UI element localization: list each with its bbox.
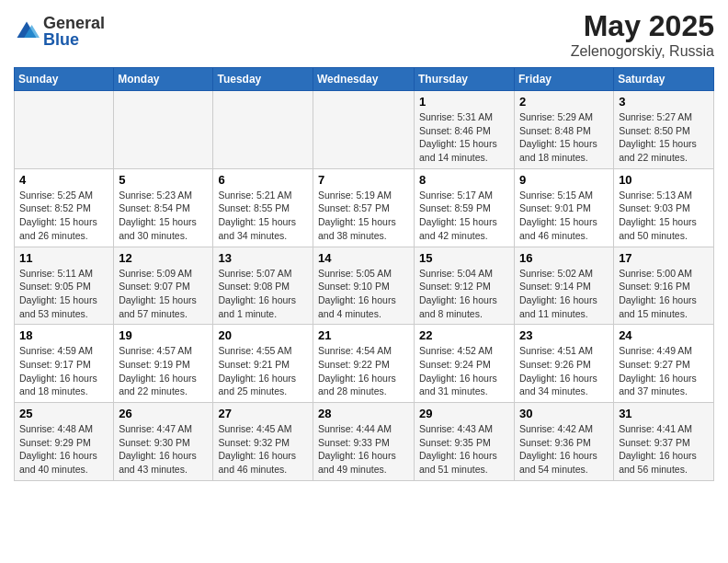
calendar-cell: 22Sunrise: 4:52 AM Sunset: 9:24 PM Dayli… [415, 325, 515, 403]
day-number: 5 [119, 173, 208, 187]
day-info: Sunrise: 4:42 AM Sunset: 9:36 PM Dayligh… [519, 422, 609, 477]
day-number: 24 [619, 328, 709, 342]
calendar-cell: 29Sunrise: 4:43 AM Sunset: 9:35 PM Dayli… [415, 403, 515, 481]
calendar-cell: 2Sunrise: 5:29 AM Sunset: 8:48 PM Daylig… [515, 91, 614, 169]
day-info: Sunrise: 5:00 AM Sunset: 9:16 PM Dayligh… [619, 267, 709, 321]
calendar-week-row: 11Sunrise: 5:11 AM Sunset: 9:05 PM Dayli… [15, 247, 714, 325]
calendar-cell [15, 91, 114, 169]
weekday-header-saturday: Saturday [614, 68, 714, 91]
day-number: 2 [519, 95, 609, 109]
calendar-cell: 13Sunrise: 5:07 AM Sunset: 9:08 PM Dayli… [213, 247, 313, 325]
title-block: May 2025 Zelenogorskiy, Russia [571, 9, 714, 60]
day-info: Sunrise: 5:11 AM Sunset: 9:05 PM Dayligh… [19, 267, 108, 321]
day-number: 23 [519, 328, 609, 342]
day-info: Sunrise: 5:17 AM Sunset: 8:59 PM Dayligh… [419, 189, 509, 243]
calendar-week-row: 18Sunrise: 4:59 AM Sunset: 9:17 PM Dayli… [15, 325, 714, 403]
day-info: Sunrise: 5:25 AM Sunset: 8:52 PM Dayligh… [19, 189, 108, 243]
day-info: Sunrise: 4:49 AM Sunset: 9:27 PM Dayligh… [619, 344, 709, 398]
day-number: 25 [19, 407, 108, 420]
day-info: Sunrise: 5:15 AM Sunset: 9:01 PM Dayligh… [519, 189, 609, 243]
day-number: 4 [19, 173, 108, 187]
day-info: Sunrise: 5:05 AM Sunset: 9:10 PM Dayligh… [318, 267, 409, 321]
page-header: General Blue May 2025 Zelenogorskiy, Rus… [14, 9, 714, 60]
calendar-cell: 19Sunrise: 4:57 AM Sunset: 9:19 PM Dayli… [114, 325, 213, 403]
day-info: Sunrise: 5:02 AM Sunset: 9:14 PM Dayligh… [519, 267, 609, 321]
calendar-week-row: 4Sunrise: 5:25 AM Sunset: 8:52 PM Daylig… [15, 168, 714, 247]
day-info: Sunrise: 5:27 AM Sunset: 8:50 PM Dayligh… [619, 110, 709, 165]
weekday-header-row: SundayMondayTuesdayWednesdayThursdayFrid… [15, 68, 714, 91]
calendar-cell: 15Sunrise: 5:04 AM Sunset: 9:12 PM Dayli… [415, 247, 515, 325]
calendar-cell: 8Sunrise: 5:17 AM Sunset: 8:59 PM Daylig… [415, 168, 515, 247]
day-number: 19 [119, 328, 208, 342]
calendar-cell: 31Sunrise: 4:41 AM Sunset: 9:37 PM Dayli… [614, 403, 714, 481]
day-number: 9 [519, 173, 609, 187]
day-number: 22 [419, 328, 509, 342]
calendar-cell: 16Sunrise: 5:02 AM Sunset: 9:14 PM Dayli… [515, 247, 614, 325]
calendar-cell: 23Sunrise: 4:51 AM Sunset: 9:26 PM Dayli… [515, 325, 614, 403]
calendar-body: 1Sunrise: 5:31 AM Sunset: 8:46 PM Daylig… [15, 91, 714, 481]
calendar-cell: 7Sunrise: 5:19 AM Sunset: 8:57 PM Daylig… [313, 168, 415, 247]
day-number: 27 [218, 407, 308, 420]
calendar-cell: 9Sunrise: 5:15 AM Sunset: 9:01 PM Daylig… [515, 168, 614, 247]
day-info: Sunrise: 4:47 AM Sunset: 9:30 PM Dayligh… [119, 422, 208, 477]
calendar-cell: 10Sunrise: 5:13 AM Sunset: 9:03 PM Dayli… [614, 168, 714, 247]
day-info: Sunrise: 5:04 AM Sunset: 9:12 PM Dayligh… [419, 267, 509, 321]
calendar-cell: 18Sunrise: 4:59 AM Sunset: 9:17 PM Dayli… [15, 325, 114, 403]
day-number: 18 [19, 328, 108, 342]
day-info: Sunrise: 4:54 AM Sunset: 9:22 PM Dayligh… [318, 344, 409, 398]
calendar-cell: 5Sunrise: 5:23 AM Sunset: 8:54 PM Daylig… [114, 168, 213, 247]
main-title: May 2025 [571, 9, 714, 43]
day-info: Sunrise: 4:45 AM Sunset: 9:32 PM Dayligh… [218, 422, 308, 477]
calendar-cell: 14Sunrise: 5:05 AM Sunset: 9:10 PM Dayli… [313, 247, 415, 325]
calendar-cell: 1Sunrise: 5:31 AM Sunset: 8:46 PM Daylig… [415, 91, 515, 169]
day-number: 3 [619, 95, 709, 109]
day-info: Sunrise: 5:31 AM Sunset: 8:46 PM Dayligh… [419, 110, 509, 165]
calendar-table: SundayMondayTuesdayWednesdayThursdayFrid… [14, 67, 714, 481]
day-info: Sunrise: 4:59 AM Sunset: 9:17 PM Dayligh… [19, 344, 108, 398]
day-number: 28 [318, 407, 409, 420]
day-number: 26 [119, 407, 208, 420]
day-number: 21 [318, 328, 409, 342]
day-info: Sunrise: 4:41 AM Sunset: 9:37 PM Dayligh… [619, 422, 709, 477]
calendar-week-row: 25Sunrise: 4:48 AM Sunset: 9:29 PM Dayli… [15, 403, 714, 481]
day-info: Sunrise: 5:13 AM Sunset: 9:03 PM Dayligh… [619, 189, 709, 243]
calendar-cell: 27Sunrise: 4:45 AM Sunset: 9:32 PM Dayli… [213, 403, 313, 481]
weekday-header-friday: Friday [515, 68, 614, 91]
calendar-cell: 3Sunrise: 5:27 AM Sunset: 8:50 PM Daylig… [614, 91, 714, 169]
day-number: 16 [519, 251, 609, 265]
day-number: 7 [318, 173, 409, 187]
calendar-cell: 11Sunrise: 5:11 AM Sunset: 9:05 PM Dayli… [15, 247, 114, 325]
day-number: 30 [519, 407, 609, 420]
day-number: 29 [419, 407, 509, 420]
day-number: 20 [218, 328, 308, 342]
day-info: Sunrise: 4:52 AM Sunset: 9:24 PM Dayligh… [419, 344, 509, 398]
logo: General Blue [14, 15, 105, 48]
logo-icon [14, 18, 40, 44]
day-info: Sunrise: 5:07 AM Sunset: 9:08 PM Dayligh… [218, 267, 308, 321]
day-info: Sunrise: 4:57 AM Sunset: 9:19 PM Dayligh… [119, 344, 208, 398]
calendar-cell: 6Sunrise: 5:21 AM Sunset: 8:55 PM Daylig… [213, 168, 313, 247]
day-number: 14 [318, 251, 409, 265]
calendar-week-row: 1Sunrise: 5:31 AM Sunset: 8:46 PM Daylig… [15, 91, 714, 169]
calendar-cell: 20Sunrise: 4:55 AM Sunset: 9:21 PM Dayli… [213, 325, 313, 403]
day-info: Sunrise: 5:23 AM Sunset: 8:54 PM Dayligh… [119, 189, 208, 243]
calendar-header: SundayMondayTuesdayWednesdayThursdayFrid… [15, 68, 714, 91]
calendar-cell: 24Sunrise: 4:49 AM Sunset: 9:27 PM Dayli… [614, 325, 714, 403]
weekday-header-thursday: Thursday [415, 68, 515, 91]
calendar-cell: 25Sunrise: 4:48 AM Sunset: 9:29 PM Dayli… [15, 403, 114, 481]
weekday-header-wednesday: Wednesday [313, 68, 415, 91]
day-info: Sunrise: 4:55 AM Sunset: 9:21 PM Dayligh… [218, 344, 308, 398]
day-info: Sunrise: 4:44 AM Sunset: 9:33 PM Dayligh… [318, 422, 409, 477]
calendar-cell: 26Sunrise: 4:47 AM Sunset: 9:30 PM Dayli… [114, 403, 213, 481]
day-info: Sunrise: 4:43 AM Sunset: 9:35 PM Dayligh… [419, 422, 509, 477]
calendar-cell: 28Sunrise: 4:44 AM Sunset: 9:33 PM Dayli… [313, 403, 415, 481]
logo-blue-text: Blue [43, 31, 105, 48]
day-number: 12 [119, 251, 208, 265]
day-number: 6 [218, 173, 308, 187]
weekday-header-monday: Monday [114, 68, 213, 91]
calendar-cell: 4Sunrise: 5:25 AM Sunset: 8:52 PM Daylig… [15, 168, 114, 247]
calendar-cell [213, 91, 313, 169]
weekday-header-tuesday: Tuesday [213, 68, 313, 91]
logo-general-text: General [43, 15, 105, 31]
day-info: Sunrise: 5:09 AM Sunset: 9:07 PM Dayligh… [119, 267, 208, 321]
